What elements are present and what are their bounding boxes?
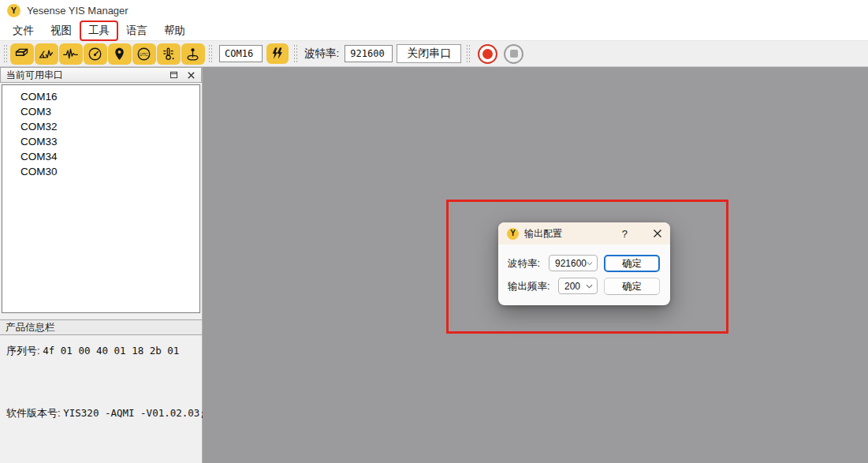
baud-rate-value: 921600 <box>350 48 384 59</box>
utc-clock-button[interactable]: UTC <box>132 43 156 65</box>
main-toolbar: UTC COM16 <box>0 41 868 67</box>
dialog-help-button[interactable]: ? <box>622 228 647 240</box>
port-list-item[interactable]: COM32 <box>2 119 199 134</box>
port-list-item[interactable]: COM33 <box>2 134 199 149</box>
app-logo-icon: Y <box>7 4 20 17</box>
waveform-icon <box>62 46 79 62</box>
utc-clock-icon: UTC <box>136 46 152 62</box>
dialog-baud-ok-button[interactable]: 确定 <box>604 255 660 272</box>
thermometer-icon <box>160 46 177 62</box>
dialog-frequency-value: 200 <box>564 281 580 292</box>
product-info-header: 产品信息栏 <box>0 319 202 335</box>
menu-item-help[interactable]: 帮助 <box>159 22 190 39</box>
software-version-line: 软件版本号: YIS320 -AQMI -V01.02.03; <box>6 406 206 420</box>
serial-number-value: 4f 01 00 40 01 18 2b 01 <box>43 345 179 357</box>
software-version-value: YIS320 -AQMI -V01.02.03; <box>63 407 206 419</box>
close-serial-port-button[interactable]: 关闭串口 <box>397 44 461 63</box>
joystick-icon <box>184 46 201 62</box>
waveform-button[interactable] <box>59 43 83 65</box>
dialog-frequency-row: 输出频率: 200 确定 <box>498 278 670 295</box>
serial-number-line: 序列号: 4f 01 00 40 01 18 2b 01 <box>6 344 179 358</box>
cube-3d-icon <box>13 46 30 62</box>
location-button[interactable] <box>108 43 132 65</box>
joystick-button[interactable] <box>181 43 205 65</box>
toolbar-grip[interactable] <box>208 44 213 63</box>
chevron-down-icon <box>587 261 593 266</box>
toolbar-grip[interactable] <box>293 44 298 63</box>
cube-3d-button[interactable] <box>10 43 34 65</box>
float-panel-icon[interactable] <box>169 70 179 80</box>
com-port-select[interactable]: COM16 <box>219 45 263 62</box>
baud-rate-select[interactable]: 921600 <box>345 45 393 62</box>
ports-panel-title: 当前可用串口 <box>6 69 63 82</box>
dialog-baud-row: 波特率: 921600 确定 <box>498 255 670 272</box>
port-list-item[interactable]: COM3 <box>2 104 199 119</box>
baud-rate-label: 波特率: <box>304 47 339 61</box>
product-info-title: 产品信息栏 <box>6 321 55 334</box>
svg-text:UTC: UTC <box>140 51 148 56</box>
menu-item-file[interactable]: 文件 <box>8 22 39 39</box>
gauge-button[interactable] <box>84 43 107 65</box>
dialog-logo-icon: Y <box>507 228 519 240</box>
stop-icon <box>510 50 518 58</box>
dialog-titlebar: Y 输出配置 ? <box>498 222 670 245</box>
port-list: COM16 COM3 COM32 COM33 COM34 COM30 <box>2 84 200 313</box>
ports-panel-header: 当前可用串口 <box>0 67 202 83</box>
gauge-icon <box>87 46 103 62</box>
content-area: 当前可用串口 COM16 COM3 COM32 COM33 COM34 COM3… <box>0 67 868 463</box>
port-list-item[interactable]: COM30 <box>2 164 199 179</box>
dialog-baud-value: 921600 <box>555 258 587 269</box>
dialog-frequency-label: 输出频率: <box>508 278 549 295</box>
record-icon <box>482 49 493 59</box>
port-list-item[interactable]: COM34 <box>2 149 199 164</box>
location-pin-icon <box>111 46 128 62</box>
dialog-close-icon[interactable] <box>653 229 662 238</box>
menu-bar: 文件 视图 工具 语言 帮助 <box>0 21 868 41</box>
stop-button[interactable] <box>504 44 523 64</box>
serial-number-label: 序列号: <box>6 345 40 357</box>
chevron-down-icon <box>257 51 258 56</box>
menu-item-view[interactable]: 视图 <box>46 22 76 39</box>
attitude-wave-icon <box>38 46 54 62</box>
dialog-frequency-select[interactable]: 200 <box>558 278 598 294</box>
com-port-value: COM16 <box>225 48 253 59</box>
temperature-button[interactable] <box>157 43 181 65</box>
software-version-label: 软件版本号: <box>6 407 61 419</box>
refresh-ports-button[interactable] <box>266 43 289 64</box>
record-button[interactable] <box>478 44 497 64</box>
workspace-area: Y 输出配置 ? 波特率: 921600 确定 输出频率: <box>203 67 868 463</box>
dialog-baud-select[interactable]: 921600 <box>549 255 598 271</box>
menu-item-language[interactable]: 语言 <box>121 22 152 39</box>
chevron-down-icon <box>586 284 593 289</box>
window-title: Yesense YIS Manager <box>27 5 129 17</box>
port-list-item[interactable]: COM16 <box>2 89 199 104</box>
window-titlebar: Y Yesense YIS Manager <box>0 0 868 21</box>
toolbar-grip[interactable] <box>466 44 471 63</box>
toolbar-grip[interactable] <box>3 44 8 63</box>
dialog-frequency-ok-button[interactable]: 确定 <box>604 278 660 295</box>
serial-ports-panel: 当前可用串口 COM16 COM3 COM32 COM33 COM34 COM3… <box>0 67 203 463</box>
output-config-dialog: Y 输出配置 ? 波特率: 921600 确定 输出频率: <box>498 222 670 305</box>
attitude-wave-button[interactable] <box>35 43 58 65</box>
refresh-ports-icon <box>270 46 285 62</box>
close-panel-icon[interactable] <box>187 71 196 80</box>
dialog-title: 输出配置 <box>524 227 562 241</box>
menu-item-tools[interactable]: 工具 <box>84 22 114 39</box>
dialog-baud-label: 波特率: <box>508 255 540 272</box>
